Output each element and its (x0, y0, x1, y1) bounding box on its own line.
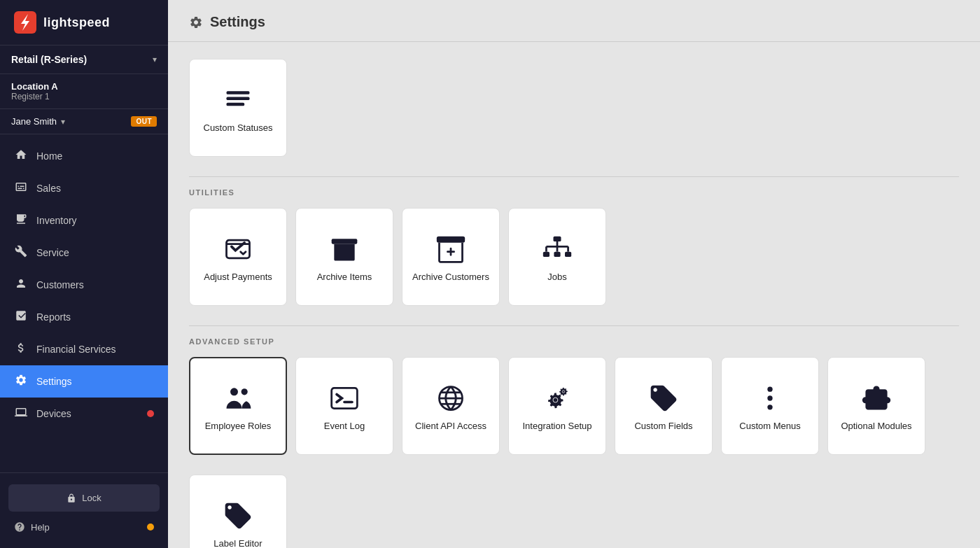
sidebar-item-service[interactable]: Service (0, 237, 168, 269)
reports-icon (14, 309, 28, 325)
svg-point-28 (767, 395, 772, 400)
sidebar-item-reports[interactable]: Reports (0, 301, 168, 333)
sidebar: lightspeed Retail (R-Series) ▾ Location … (0, 0, 168, 548)
lock-label: Lock (82, 493, 101, 503)
card-integration-setup[interactable]: Integration Setup (508, 357, 606, 455)
sidebar-item-inventory[interactable]: Inventory (0, 204, 168, 237)
event-log-icon (329, 383, 360, 414)
card-custom-statuses[interactable]: Custom Statuses (189, 59, 287, 157)
settings-icon (14, 374, 28, 389)
card-archive-items[interactable]: Archive Items (295, 208, 393, 306)
help-row[interactable]: Help (0, 514, 168, 540)
utilities-section-label: UTILITIES (189, 188, 959, 197)
card-event-log[interactable]: Event Log (295, 357, 393, 455)
sidebar-item-inventory-label: Inventory (36, 215, 77, 226)
user-info[interactable]: Jane Smith ▾ OUT (0, 109, 168, 134)
financial-icon (14, 342, 28, 357)
lock-button[interactable]: Lock (8, 484, 160, 512)
sidebar-item-settings-label: Settings (36, 376, 72, 387)
employee-roles-label: Employee Roles (205, 421, 272, 433)
sidebar-item-home[interactable]: Home (0, 140, 168, 172)
svg-rect-19 (332, 388, 358, 408)
svg-point-18 (241, 388, 248, 395)
lightspeed-logo-icon (14, 11, 36, 34)
sidebar-item-service-label: Service (36, 247, 69, 258)
card-custom-menus[interactable]: Custom Menus (721, 357, 819, 455)
sidebar-item-financial-label: Financial Services (36, 344, 116, 355)
card-archive-customers[interactable]: Archive Customers (402, 208, 500, 306)
sidebar-item-financial[interactable]: Financial Services (0, 333, 168, 365)
sidebar-item-devices-label: Devices (36, 408, 71, 419)
service-icon (14, 245, 28, 260)
custom-fields-icon (648, 383, 679, 414)
sidebar-item-sales[interactable]: Sales (0, 172, 168, 204)
card-jobs[interactable]: Jobs (508, 208, 606, 306)
label-editor-label: Label Editor (214, 538, 262, 548)
home-icon (14, 148, 28, 164)
clock-status-badge: OUT (131, 116, 157, 127)
bottom-cards-grid: Label Editor (189, 475, 959, 548)
optional-modules-icon (861, 383, 892, 414)
svg-point-29 (767, 405, 772, 409)
register-name: Register 1 (11, 92, 157, 101)
card-adjust-payments[interactable]: Adjust Payments (189, 208, 287, 306)
location-name: Location A (11, 81, 157, 92)
devices-notification-dot (147, 410, 154, 417)
sidebar-item-devices[interactable]: Devices (0, 398, 168, 430)
advanced-section-label: ADVANCED SETUP (189, 337, 959, 346)
archive-items-icon (329, 234, 360, 265)
optional-modules-label: Optional Modules (841, 421, 911, 433)
card-client-api[interactable]: Client API Access (402, 357, 500, 455)
svg-rect-8 (554, 236, 561, 241)
lock-icon (66, 493, 76, 503)
sidebar-item-customers-label: Customers (36, 279, 84, 290)
jobs-label: Jobs (547, 272, 566, 283)
settings-content: Custom Statuses UTILITIES Adjust Payment… (168, 42, 980, 548)
store-selector-chevron: ▾ (153, 55, 157, 64)
svg-point-27 (767, 386, 772, 391)
svg-point-17 (230, 388, 238, 395)
page-title: Settings (210, 14, 265, 30)
location-info: Location A Register 1 (0, 74, 168, 109)
sidebar-item-settings[interactable]: Settings (0, 365, 168, 398)
customers-icon (14, 277, 28, 293)
store-selector[interactable]: Retail (R-Series) ▾ (0, 45, 168, 74)
archive-customers-icon (435, 234, 466, 265)
integration-setup-label: Integration Setup (522, 421, 592, 433)
adjust-payments-label: Adjust Payments (204, 272, 272, 283)
user-details: Jane Smith ▾ (11, 116, 65, 127)
employee-roles-icon (223, 383, 253, 414)
sidebar-item-customers[interactable]: Customers (0, 269, 168, 301)
username: Jane Smith (11, 116, 57, 127)
utilities-cards-grid: Adjust Payments Archive Items (189, 208, 959, 306)
svg-rect-4 (227, 102, 245, 106)
sidebar-item-sales-label: Sales (36, 183, 61, 194)
page-header: Settings (168, 0, 980, 42)
custom-menus-icon (755, 383, 785, 414)
svg-rect-10 (554, 251, 560, 256)
integration-setup-icon (540, 383, 574, 414)
label-editor-icon (223, 500, 253, 531)
app-name: lightspeed (43, 15, 110, 30)
main-content: Settings Custom Statuses UTILITIES (168, 0, 980, 548)
advanced-cards-grid: Employee Roles Event Log (189, 357, 959, 455)
client-api-icon (435, 383, 466, 414)
card-optional-modules[interactable]: Optional Modules (827, 357, 925, 455)
event-log-label: Event Log (324, 421, 365, 433)
top-cards-grid: Custom Statuses (189, 59, 959, 157)
jobs-icon (542, 234, 573, 265)
inventory-icon (14, 213, 28, 228)
custom-fields-label: Custom Fields (634, 421, 692, 433)
card-label-editor[interactable]: Label Editor (189, 475, 287, 548)
svg-rect-9 (543, 251, 550, 256)
card-employee-roles[interactable]: Employee Roles (189, 357, 287, 455)
settings-header-icon (189, 15, 203, 29)
store-selector-label: Retail (R-Series) (11, 54, 87, 65)
help-section: Help (14, 521, 50, 533)
svg-rect-7 (437, 236, 465, 242)
client-api-label: Client API Access (415, 421, 486, 433)
help-label: Help (31, 522, 50, 533)
adjust-payments-icon (223, 234, 253, 265)
statuses-icon (223, 85, 253, 115)
card-custom-fields[interactable]: Custom Fields (615, 357, 713, 455)
